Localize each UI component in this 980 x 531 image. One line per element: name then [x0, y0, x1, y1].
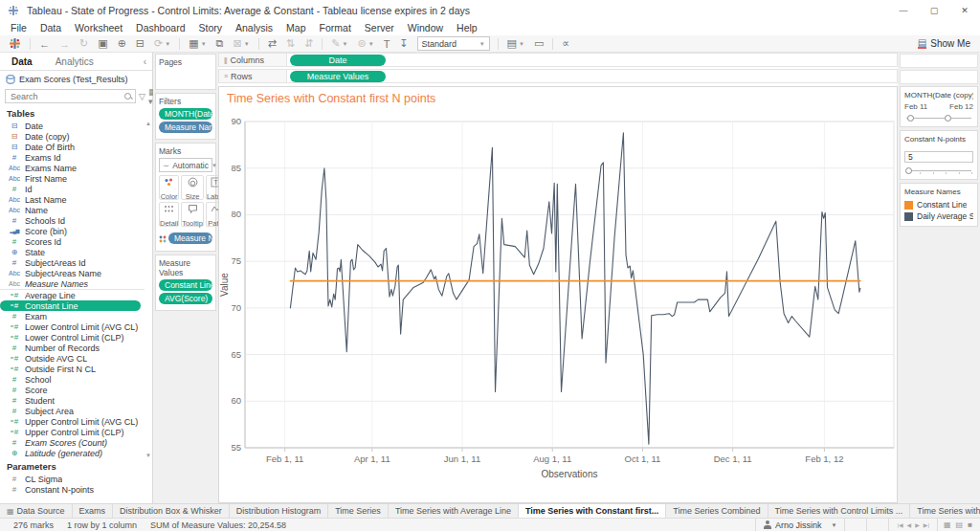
show-me-button[interactable]: ▤ Show Me — [918, 38, 970, 49]
field-schools-id[interactable]: #Schools Id — [0, 215, 145, 226]
parameter-control-card[interactable]: Constant N-points — [900, 130, 978, 180]
menu-data[interactable]: Data — [33, 21, 68, 35]
field-school[interactable]: #School — [0, 374, 145, 385]
legend-card[interactable]: Measure Names Constant LineDaily Average… — [900, 183, 978, 227]
share-icon[interactable]: ∝ — [557, 37, 574, 50]
duplicate-sheet-icon[interactable]: ⧉ — [212, 37, 229, 50]
new-worksheet-icon[interactable]: ▦▼ — [184, 37, 211, 50]
field-first-name[interactable]: AbcFirst Name — [0, 173, 145, 184]
add-datasource-icon[interactable]: ⊕ — [113, 37, 131, 50]
field-date[interactable]: ⊟Date — [0, 121, 145, 131]
marks-card[interactable]: Marks ∼ Automatic ▼ ColorSizeTLabelDetai… — [155, 143, 216, 252]
constant-n-points-input[interactable] — [904, 151, 973, 163]
size-button[interactable]: Size — [181, 175, 204, 200]
columns-pill-date[interactable]: Date — [290, 55, 386, 66]
field-id[interactable]: #Id — [0, 184, 145, 194]
sheet-tab-distribution-box-whisker[interactable]: Distribution Box & Whisker — [113, 504, 230, 518]
menu-window[interactable]: Window — [401, 21, 450, 35]
filters-card[interactable]: Filters MONTH(Date (c..Measure Names — [155, 93, 216, 140]
back-icon[interactable]: ← — [34, 38, 55, 50]
forward-icon[interactable]: → — [55, 38, 75, 50]
menu-format[interactable]: Format — [313, 21, 358, 35]
date-range-slider[interactable] — [904, 114, 973, 122]
rows-shelf-body[interactable]: Measure Values — [287, 69, 898, 83]
sheet-tab-time-series-with-constant-first[interactable]: Time Series with Constant first... — [519, 504, 666, 518]
refresh-icon[interactable]: ⟳▼ — [149, 37, 175, 50]
field-lower-control-limit-avg-cl[interactable]: =#Lower Control Limit (AVG CL) — [0, 321, 145, 332]
minimize-button[interactable]: — — [888, 0, 919, 21]
fix-axes-icon[interactable]: ↧ — [394, 37, 412, 50]
scroll-down-icon[interactable]: ▼ — [145, 453, 151, 458]
field-outside-first-n-cl[interactable]: =#Outside First N CL — [0, 364, 145, 374]
replay-icon[interactable]: ↻ — [75, 37, 93, 50]
sheet-tab-data-source[interactable]: ▦Data Source — [0, 504, 73, 518]
sheet-tab-time-series-with-average-line[interactable]: Time Series with Average Line — [389, 504, 519, 518]
sheet-tab-time-series-with-control-limits[interactable]: Time Series with Control Limits ... — [768, 504, 911, 518]
menu-analysis[interactable]: Analysis — [229, 21, 279, 35]
field-date-copy[interactable]: ⊟Date (copy) — [0, 131, 145, 142]
field-outside-avg-cl[interactable]: =#Outside AVG CL — [0, 353, 145, 364]
field-number-of-records[interactable]: #Number of Records — [0, 343, 145, 353]
pages-card[interactable]: Pages — [155, 54, 216, 90]
group-members-icon[interactable]: ⊚▼ — [352, 37, 378, 50]
sheet-tab-time-series[interactable]: Time Series — [328, 504, 389, 518]
field-exams-name[interactable]: AbcExams Name — [0, 163, 145, 173]
field-subjectareas-name[interactable]: AbcSubjectAreas Name — [0, 268, 145, 278]
menu-file[interactable]: File — [4, 21, 33, 35]
sheet-tab-distribution-histogram[interactable]: Distribution Histogram — [230, 504, 329, 518]
tab-data[interactable]: Data — [0, 53, 44, 70]
field-name[interactable]: AbcName — [0, 205, 145, 215]
menu-server[interactable]: Server — [358, 21, 401, 35]
search-input[interactable] — [9, 91, 124, 102]
menu-dashboard[interactable]: Dashboard — [129, 21, 191, 35]
presentation-mode-icon[interactable]: ▭ — [529, 37, 548, 50]
swap-axes-icon[interactable]: ⇄ — [263, 37, 281, 50]
field-state[interactable]: ⊕State — [0, 247, 145, 257]
field-score-bin[interactable]: ▂▄▆Score (bin) — [0, 226, 145, 236]
scroll-up-icon[interactable]: ▲ — [145, 121, 151, 126]
sort-descending-icon[interactable]: ⇵ — [300, 37, 318, 50]
field-last-name[interactable]: AbcLast Name — [0, 194, 145, 205]
series-daily-average-score[interactable] — [290, 133, 860, 444]
rows-pill-measure-values[interactable]: Measure Values — [290, 71, 386, 82]
field-scores-id[interactable]: #Scores Id — [0, 236, 145, 247]
field-latitude-generated[interactable]: ⊕Latitude (generated) — [0, 448, 145, 458]
prev-page-icon[interactable]: ◀ — [907, 521, 912, 528]
measure-values-pill-0[interactable]: Constant LineΔ — [159, 279, 212, 291]
collapse-pane-icon[interactable]: ‹ — [138, 53, 152, 70]
legend-item-0[interactable]: Constant Line — [904, 199, 973, 210]
tab-analytics[interactable]: Analytics — [44, 53, 105, 70]
sort-ascending-icon[interactable]: ⇅ — [281, 37, 300, 50]
parameter-slider-handle[interactable] — [905, 167, 912, 174]
filter-fields-icon[interactable]: ▽ — [139, 92, 145, 101]
pause-updates-icon[interactable]: ⊟ — [131, 37, 149, 50]
color-button[interactable]: Color — [159, 175, 179, 200]
field-cl-sigma[interactable]: #CL Sigma — [0, 474, 152, 484]
date-filter-card[interactable]: MONTH(Date (copy)) Feb 11 Feb 12 — [900, 86, 978, 127]
grid-view-icon[interactable]: ▦ — [944, 520, 951, 529]
field-subject-area[interactable]: #Subject Area — [0, 406, 145, 416]
filter-pill-1[interactable]: Measure Names — [159, 122, 212, 133]
field-date-of-birth[interactable]: ⊟Date Of Birth — [0, 142, 145, 152]
sheet-tab-time-series-with-control-limits[interactable]: Time Series with Control Limits ... — [910, 504, 980, 518]
field-average-line[interactable]: =#Average Line — [0, 290, 145, 300]
field-constant-line[interactable]: =#Constant Line — [0, 300, 141, 311]
field-measure-names[interactable]: AbcMeasure Names — [0, 278, 145, 290]
parameter-slider[interactable] — [904, 166, 973, 175]
field-exam-scores-count[interactable]: #Exam Scores (Count) — [0, 437, 145, 448]
field-score[interactable]: #Score — [0, 385, 145, 395]
field-constant-n-points[interactable]: #Constant N-points — [0, 484, 152, 495]
last-page-icon[interactable]: ▶| — [924, 521, 929, 528]
menu-story[interactable]: Story — [191, 21, 229, 35]
list-view-icon[interactable]: ▤ — [956, 520, 964, 529]
field-exams-id[interactable]: #Exams Id — [0, 152, 145, 163]
range-slider-right-handle[interactable] — [945, 115, 951, 122]
detail-button[interactable]: Detail — [159, 202, 179, 227]
clear-sheet-icon[interactable]: ⊠▼ — [228, 37, 254, 50]
menu-worksheet[interactable]: Worksheet — [68, 21, 129, 35]
text-label-icon[interactable]: T — [379, 38, 395, 50]
measure-values-card[interactable]: Measure Values Constant LineΔAVG(Score) — [155, 254, 216, 311]
range-slider-left-handle[interactable] — [907, 115, 914, 122]
field-student[interactable]: #Student — [0, 395, 145, 406]
close-button[interactable]: ✕ — [949, 0, 980, 21]
